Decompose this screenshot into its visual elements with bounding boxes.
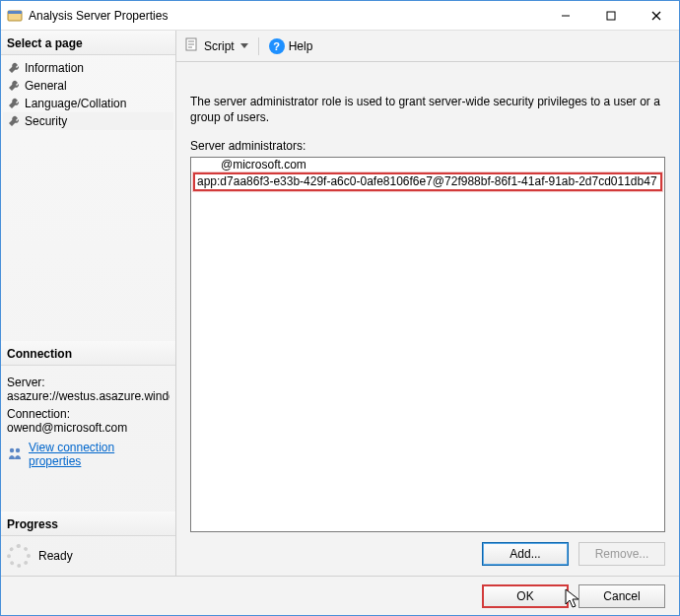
server-value: asazure://westus.asazure.windows — [7, 389, 170, 403]
titlebar: Analysis Server Properties — [1, 1, 679, 31]
dialog-footer: OK Cancel — [1, 576, 679, 615]
svg-point-7 — [16, 447, 20, 451]
script-icon — [184, 36, 200, 55]
connection-value: owend@microsoft.com — [7, 421, 170, 435]
progress-header: Progress — [1, 512, 175, 536]
window-title: Analysis Server Properties — [29, 9, 543, 23]
cancel-button[interactable]: Cancel — [578, 584, 665, 608]
page-item-label: Language/Collation — [25, 97, 126, 110]
server-label: Server: — [7, 376, 170, 389]
page-item-label: General — [25, 79, 67, 93]
svg-rect-1 — [8, 11, 22, 14]
app-icon — [7, 8, 23, 24]
page-item-information[interactable]: Information — [3, 59, 173, 77]
view-connection-properties-link[interactable]: View connection properties — [29, 441, 170, 468]
select-page-header: Select a page — [1, 31, 175, 55]
page-item-security[interactable]: Security — [3, 112, 173, 130]
list-buttons: Add... Remove... — [190, 542, 665, 566]
maximize-button[interactable] — [588, 1, 634, 30]
left-pane: Select a page Information General Langua… — [1, 31, 176, 576]
list-item[interactable]: @microsoft.com — [191, 158, 664, 172]
wrench-icon — [7, 97, 21, 110]
connection-properties-icon — [7, 446, 23, 463]
svg-point-6 — [10, 447, 14, 451]
page-list: Information General Language/Collation S… — [1, 55, 175, 130]
script-label: Script — [204, 39, 235, 53]
page-item-general[interactable]: General — [3, 77, 173, 95]
connection-block: Server: asazure://westus.asazure.windows… — [1, 366, 175, 472]
remove-button: Remove... — [578, 542, 665, 566]
add-button[interactable]: Add... — [482, 542, 569, 566]
minimize-button[interactable] — [543, 1, 588, 30]
progress-block: Ready — [1, 536, 175, 576]
list-item[interactable]: app:d7aa86f3-e33b-429f-a6c0-0afe8106f6e7… — [193, 172, 662, 191]
right-pane: Script ? Help The server administrator r… — [176, 31, 679, 576]
help-button[interactable]: ? Help — [269, 38, 313, 54]
server-administrators-list[interactable]: @microsoft.com app:d7aa86f3-e33b-429f-a6… — [190, 157, 665, 532]
admins-label: Server administrators: — [190, 139, 665, 153]
help-label: Help — [289, 39, 313, 53]
connection-header: Connection — [1, 341, 175, 366]
help-icon: ? — [269, 38, 285, 54]
toolbar-separator — [258, 37, 259, 55]
page-item-language-collation[interactable]: Language/Collation — [3, 95, 173, 112]
window-controls — [543, 1, 679, 30]
toolbar: Script ? Help — [176, 31, 679, 62]
close-button[interactable] — [634, 1, 679, 30]
dialog-window: Analysis Server Properties Select a page… — [0, 0, 680, 616]
page-item-label: Information — [25, 61, 84, 75]
content-area: The server administrator role is used to… — [176, 62, 679, 576]
description-text: The server administrator role is used to… — [190, 94, 665, 125]
chevron-down-icon — [240, 43, 248, 48]
wrench-icon — [7, 114, 21, 128]
page-item-label: Security — [25, 114, 67, 128]
wrench-icon — [7, 79, 21, 93]
progress-spinner-icon — [7, 544, 31, 568]
connection-label: Connection: — [7, 407, 170, 421]
script-button[interactable]: Script — [184, 36, 248, 55]
progress-status: Ready — [38, 549, 73, 563]
ok-button[interactable]: OK — [482, 584, 569, 608]
svg-rect-3 — [607, 12, 615, 20]
wrench-icon — [7, 61, 21, 75]
dialog-body: Select a page Information General Langua… — [1, 31, 679, 576]
